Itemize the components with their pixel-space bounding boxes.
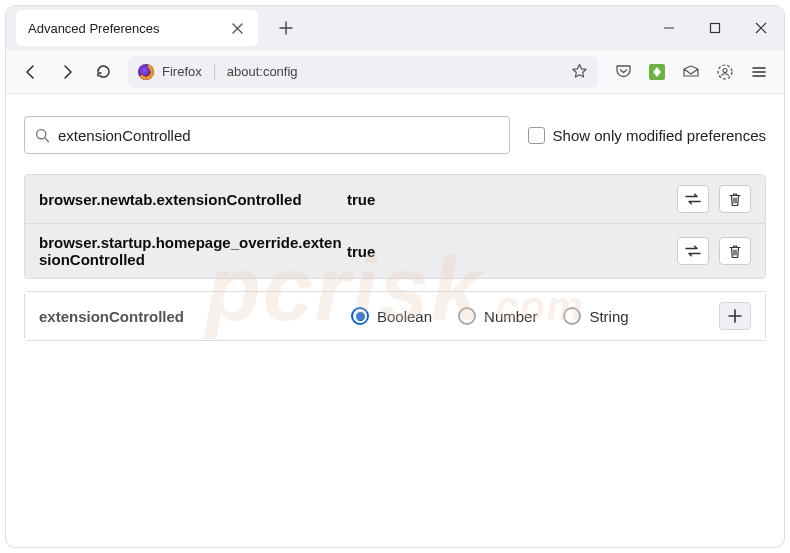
preference-name: browser.startup.homepage_override.extens… (39, 234, 347, 268)
titlebar: Advanced Preferences (6, 6, 784, 50)
inbox-icon[interactable] (674, 57, 708, 87)
minimize-button[interactable] (646, 6, 692, 50)
close-window-button[interactable] (738, 6, 784, 50)
extension-icon[interactable] (640, 57, 674, 87)
browser-tab[interactable]: Advanced Preferences (16, 10, 258, 46)
forward-button[interactable] (50, 57, 84, 87)
show-modified-toggle[interactable]: Show only modified preferences (528, 127, 766, 144)
url-separator (214, 63, 215, 81)
maximize-button[interactable] (692, 6, 738, 50)
type-boolean-radio[interactable]: Boolean (351, 307, 432, 325)
pocket-icon[interactable] (606, 57, 640, 87)
new-preference-row: extensionControlled Boolean Number Strin… (25, 292, 765, 340)
show-modified-label: Show only modified preferences (553, 127, 766, 144)
toggle-button[interactable] (677, 237, 709, 265)
preference-row: browser.newtab.extensionControlled true (25, 175, 765, 224)
new-preference-box: extensionControlled Boolean Number Strin… (24, 291, 766, 341)
url-identity-label: Firefox (162, 64, 202, 79)
preference-list: browser.newtab.extensionControlled true … (24, 174, 766, 279)
about-config-content: Show only modified preferences browser.n… (6, 94, 784, 547)
radio-icon (563, 307, 581, 325)
search-icon (35, 128, 50, 143)
preference-value: true (347, 243, 375, 260)
type-number-radio[interactable]: Number (458, 307, 537, 325)
app-menu-button[interactable] (742, 57, 776, 87)
tab-title: Advanced Preferences (28, 21, 160, 36)
svg-point-3 (723, 68, 727, 72)
preference-value: true (347, 191, 375, 208)
url-bar[interactable]: Firefox about:config (128, 56, 598, 88)
firefox-icon (138, 64, 154, 80)
preference-row: browser.startup.homepage_override.extens… (25, 224, 765, 278)
pref-search-input[interactable] (58, 127, 499, 144)
toggle-button[interactable] (677, 185, 709, 213)
account-icon[interactable] (708, 57, 742, 87)
window-controls (646, 6, 784, 50)
url-text: about:config (227, 64, 298, 79)
nav-toolbar: Firefox about:config (6, 50, 784, 94)
reload-button[interactable] (86, 57, 120, 87)
delete-button[interactable] (719, 185, 751, 213)
back-button[interactable] (14, 57, 48, 87)
svg-rect-0 (711, 24, 720, 33)
svg-point-4 (37, 129, 46, 138)
add-preference-button[interactable] (719, 302, 751, 330)
radio-icon (458, 307, 476, 325)
new-tab-button[interactable] (272, 14, 300, 42)
radio-selected-icon (351, 307, 369, 325)
type-string-radio[interactable]: String (563, 307, 628, 325)
new-preference-name: extensionControlled (39, 308, 347, 325)
bookmark-star-icon[interactable] (571, 63, 588, 80)
preference-name: browser.newtab.extensionControlled (39, 191, 347, 208)
checkbox-icon[interactable] (528, 127, 545, 144)
tab-close-button[interactable] (230, 20, 246, 36)
pref-search-box[interactable] (24, 116, 510, 154)
delete-button[interactable] (719, 237, 751, 265)
